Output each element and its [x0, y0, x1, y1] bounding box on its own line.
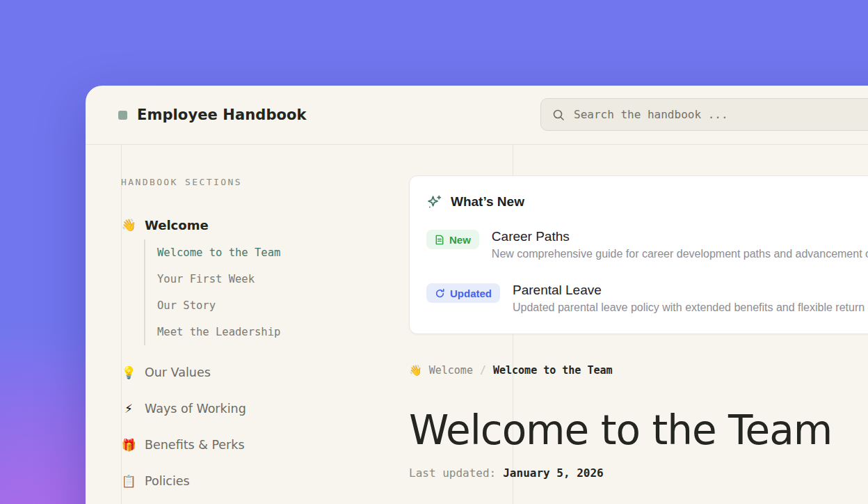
sidebar-item-welcome[interactable]: 👋 Welcome: [121, 216, 399, 234]
sidebar-item-label: Our Values: [145, 365, 211, 379]
sidebar-sublist: Welcome to the Team Your First Week Our …: [144, 239, 399, 345]
sidebar-item-label: Ways of Working: [145, 402, 246, 416]
main-content: What’s New New Career Paths New comprehe…: [409, 145, 868, 480]
breadcrumb-section[interactable]: Welcome: [429, 364, 473, 377]
app-title: Employee Handbook: [137, 107, 307, 123]
logo-icon: [118, 111, 127, 120]
app-window: Employee Handbook HANDBOOK SECTIONS 👋 We…: [86, 86, 868, 504]
whats-new-header: What’s New: [426, 194, 868, 210]
sidebar: HANDBOOK SECTIONS 👋 Welcome Welcome to t…: [121, 145, 399, 490]
sidebar-subitem-your-first-week[interactable]: Your First Week: [157, 266, 399, 292]
news-title: Career Paths: [492, 229, 868, 244]
news-item-parental-leave[interactable]: Updated Parental Leave Updated parental …: [426, 283, 868, 314]
refresh-icon: [435, 288, 445, 299]
breadcrumb-current: Welcome to the Team: [493, 364, 613, 377]
news-item-career-paths[interactable]: New Career Paths New comprehensive guide…: [426, 229, 868, 260]
lightning-emoji-icon: ⚡: [121, 402, 136, 416]
sidebar-subitem-welcome-to-the-team[interactable]: Welcome to the Team: [157, 239, 399, 266]
bulb-emoji-icon: 💡: [121, 365, 136, 379]
news-description: New comprehensive guide for career devel…: [492, 248, 868, 260]
new-badge: New: [426, 230, 479, 249]
news-text: Career Paths New comprehensive guide for…: [492, 229, 868, 260]
gift-emoji-icon: 🎁: [121, 438, 136, 452]
sidebar-item-policies[interactable]: 📋 Policies: [121, 472, 399, 490]
clipboard-emoji-icon: 📋: [121, 474, 136, 488]
wave-emoji-icon: 👋: [409, 364, 422, 377]
news-title: Parental Leave: [513, 283, 868, 298]
search-icon: [552, 109, 565, 121]
sidebar-item-label: Welcome: [145, 218, 209, 233]
page-title: Welcome to the Team: [409, 407, 868, 454]
sidebar-subitem-our-story[interactable]: Our Story: [157, 292, 399, 319]
sidebar-subitem-meet-the-leadership[interactable]: Meet the Leadership: [157, 319, 399, 345]
updated-badge: Updated: [426, 283, 500, 303]
sidebar-item-ways-of-working[interactable]: ⚡ Ways of Working: [121, 400, 399, 418]
badge-label: Updated: [450, 288, 492, 299]
breadcrumb: 👋 Welcome / Welcome to the Team: [409, 363, 868, 377]
search-box[interactable]: [540, 98, 868, 131]
sidebar-item-label: Benefits & Perks: [145, 438, 245, 452]
last-updated: Last updated: January 5, 2026: [409, 466, 868, 480]
sidebar-item-our-values[interactable]: 💡 Our Values: [121, 363, 399, 381]
whats-new-card: What’s New New Career Paths New comprehe…: [409, 175, 868, 334]
wave-emoji-icon: 👋: [121, 218, 136, 232]
badge-label: New: [449, 234, 471, 246]
app-header: Employee Handbook: [86, 86, 868, 145]
news-description: Updated parental leave policy with exten…: [513, 301, 868, 314]
document-icon: [435, 235, 444, 245]
sidebar-item-benefits-perks[interactable]: 🎁 Benefits & Perks: [121, 436, 399, 454]
sparkle-icon: [426, 194, 442, 210]
whats-new-title: What’s New: [451, 194, 524, 210]
news-text: Parental Leave Updated parental leave po…: [513, 283, 868, 314]
sidebar-section-label: HANDBOOK SECTIONS: [121, 177, 399, 188]
last-updated-value: January 5, 2026: [503, 466, 604, 480]
sidebar-item-label: Policies: [145, 474, 190, 488]
last-updated-label: Last updated:: [409, 466, 496, 480]
search-input[interactable]: [574, 108, 868, 121]
breadcrumb-separator: /: [480, 364, 486, 377]
